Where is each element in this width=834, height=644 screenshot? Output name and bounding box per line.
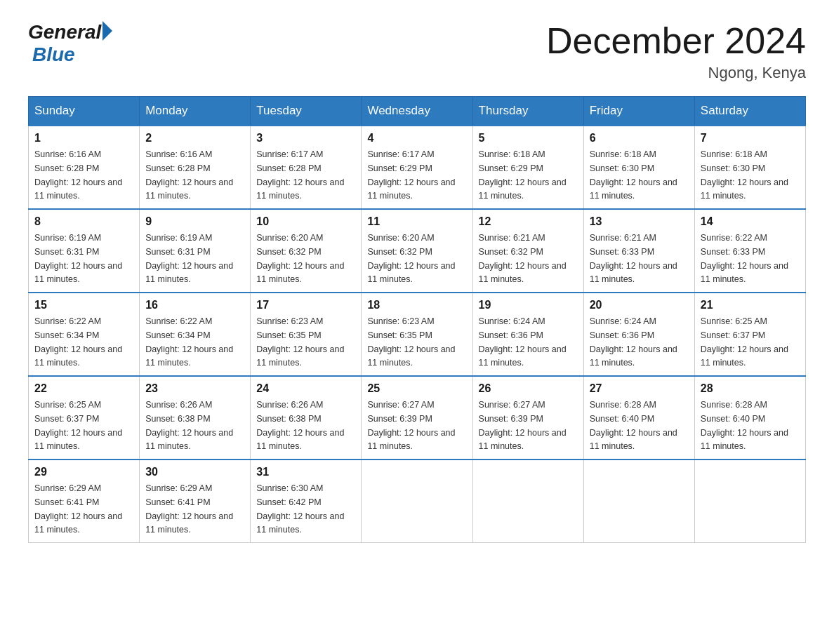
calendar-cell: 16 Sunrise: 6:22 AMSunset: 6:34 PMDaylig… <box>140 293 251 376</box>
calendar-cell <box>472 459 583 543</box>
day-number: 11 <box>367 215 466 228</box>
day-info: Sunrise: 6:22 AMSunset: 6:34 PMDaylight:… <box>145 316 233 368</box>
calendar-header-monday: Monday <box>140 97 251 126</box>
day-info: Sunrise: 6:25 AMSunset: 6:37 PMDaylight:… <box>701 316 788 368</box>
day-info: Sunrise: 6:25 AMSunset: 6:37 PMDaylight:… <box>34 400 122 451</box>
logo-blue-text: Blue <box>32 43 75 66</box>
day-number: 26 <box>479 382 578 395</box>
day-number: 29 <box>34 466 133 478</box>
calendar-week-row: 22 Sunrise: 6:25 AMSunset: 6:37 PMDaylig… <box>29 376 806 459</box>
calendar-cell: 4 Sunrise: 6:17 AMSunset: 6:29 PMDayligh… <box>362 126 472 209</box>
day-number: 3 <box>256 132 355 145</box>
day-info: Sunrise: 6:26 AMSunset: 6:38 PMDaylight:… <box>145 400 233 451</box>
day-info: Sunrise: 6:19 AMSunset: 6:31 PMDaylight:… <box>145 233 233 284</box>
calendar-cell <box>583 459 694 543</box>
day-info: Sunrise: 6:19 AMSunset: 6:31 PMDaylight:… <box>34 233 122 284</box>
calendar-week-row: 15 Sunrise: 6:22 AMSunset: 6:34 PMDaylig… <box>29 293 806 376</box>
calendar-cell: 23 Sunrise: 6:26 AMSunset: 6:38 PMDaylig… <box>140 376 251 459</box>
calendar-header-thursday: Thursday <box>472 97 583 126</box>
day-info: Sunrise: 6:28 AMSunset: 6:40 PMDaylight:… <box>701 400 788 451</box>
logo: General Blue <box>28 21 112 66</box>
day-info: Sunrise: 6:29 AMSunset: 6:41 PMDaylight:… <box>34 483 122 535</box>
month-title: December 2024 <box>546 21 806 61</box>
day-number: 20 <box>590 299 689 311</box>
calendar-cell: 13 Sunrise: 6:21 AMSunset: 6:33 PMDaylig… <box>583 209 694 293</box>
day-number: 7 <box>701 132 800 145</box>
day-info: Sunrise: 6:23 AMSunset: 6:35 PMDaylight:… <box>256 316 344 368</box>
calendar-cell: 11 Sunrise: 6:20 AMSunset: 6:32 PMDaylig… <box>362 209 472 293</box>
calendar-cell: 17 Sunrise: 6:23 AMSunset: 6:35 PMDaylig… <box>251 293 362 376</box>
day-number: 14 <box>701 215 800 228</box>
day-info: Sunrise: 6:24 AMSunset: 6:36 PMDaylight:… <box>590 316 677 368</box>
day-number: 10 <box>256 215 355 228</box>
day-number: 4 <box>367 132 466 145</box>
day-number: 22 <box>34 382 133 395</box>
calendar-cell: 5 Sunrise: 6:18 AMSunset: 6:29 PMDayligh… <box>472 126 583 209</box>
day-number: 15 <box>34 299 133 311</box>
day-number: 19 <box>479 299 578 311</box>
calendar-cell: 26 Sunrise: 6:27 AMSunset: 6:39 PMDaylig… <box>472 376 583 459</box>
calendar-cell: 1 Sunrise: 6:16 AMSunset: 6:28 PMDayligh… <box>29 126 140 209</box>
day-info: Sunrise: 6:16 AMSunset: 6:28 PMDaylight:… <box>34 149 122 201</box>
day-number: 13 <box>590 215 689 228</box>
calendar-week-row: 8 Sunrise: 6:19 AMSunset: 6:31 PMDayligh… <box>29 209 806 293</box>
logo-general-text: General <box>28 21 101 43</box>
day-number: 17 <box>256 299 355 311</box>
day-number: 16 <box>145 299 244 311</box>
day-info: Sunrise: 6:27 AMSunset: 6:39 PMDaylight:… <box>479 400 567 451</box>
day-info: Sunrise: 6:24 AMSunset: 6:36 PMDaylight:… <box>479 316 567 368</box>
day-info: Sunrise: 6:21 AMSunset: 6:33 PMDaylight:… <box>590 233 677 284</box>
day-info: Sunrise: 6:23 AMSunset: 6:35 PMDaylight:… <box>367 316 455 368</box>
day-number: 8 <box>34 215 133 228</box>
day-number: 23 <box>145 382 244 395</box>
day-info: Sunrise: 6:27 AMSunset: 6:39 PMDaylight:… <box>367 400 455 451</box>
calendar-cell <box>694 459 805 543</box>
day-info: Sunrise: 6:16 AMSunset: 6:28 PMDaylight:… <box>145 149 233 201</box>
day-info: Sunrise: 6:17 AMSunset: 6:29 PMDaylight:… <box>367 149 455 201</box>
calendar-table: SundayMondayTuesdayWednesdayThursdayFrid… <box>28 96 806 543</box>
calendar-header-friday: Friday <box>583 97 694 126</box>
day-info: Sunrise: 6:29 AMSunset: 6:41 PMDaylight:… <box>145 483 233 535</box>
day-number: 12 <box>479 215 578 228</box>
day-info: Sunrise: 6:20 AMSunset: 6:32 PMDaylight:… <box>256 233 344 284</box>
day-info: Sunrise: 6:26 AMSunset: 6:38 PMDaylight:… <box>256 400 344 451</box>
calendar-cell: 20 Sunrise: 6:24 AMSunset: 6:36 PMDaylig… <box>583 293 694 376</box>
calendar-cell: 31 Sunrise: 6:30 AMSunset: 6:42 PMDaylig… <box>251 459 362 543</box>
day-number: 21 <box>701 299 800 311</box>
calendar-cell: 25 Sunrise: 6:27 AMSunset: 6:39 PMDaylig… <box>362 376 472 459</box>
day-number: 27 <box>590 382 689 395</box>
calendar-cell: 14 Sunrise: 6:22 AMSunset: 6:33 PMDaylig… <box>694 209 805 293</box>
day-number: 9 <box>145 215 244 228</box>
calendar-header-wednesday: Wednesday <box>362 97 472 126</box>
calendar-cell: 19 Sunrise: 6:24 AMSunset: 6:36 PMDaylig… <box>472 293 583 376</box>
calendar-cell: 8 Sunrise: 6:19 AMSunset: 6:31 PMDayligh… <box>29 209 140 293</box>
calendar-cell <box>362 459 472 543</box>
day-number: 5 <box>479 132 578 145</box>
calendar-cell: 18 Sunrise: 6:23 AMSunset: 6:35 PMDaylig… <box>362 293 472 376</box>
page-header: General Blue December 2024 Ngong, Kenya <box>28 21 806 82</box>
day-info: Sunrise: 6:22 AMSunset: 6:34 PMDaylight:… <box>34 316 122 368</box>
calendar-cell: 12 Sunrise: 6:21 AMSunset: 6:32 PMDaylig… <box>472 209 583 293</box>
calendar-cell: 30 Sunrise: 6:29 AMSunset: 6:41 PMDaylig… <box>140 459 251 543</box>
day-number: 18 <box>367 299 466 311</box>
calendar-cell: 21 Sunrise: 6:25 AMSunset: 6:37 PMDaylig… <box>694 293 805 376</box>
day-number: 25 <box>367 382 466 395</box>
calendar-header-tuesday: Tuesday <box>251 97 362 126</box>
day-number: 6 <box>590 132 689 145</box>
day-info: Sunrise: 6:18 AMSunset: 6:30 PMDaylight:… <box>590 149 677 201</box>
calendar-cell: 7 Sunrise: 6:18 AMSunset: 6:30 PMDayligh… <box>694 126 805 209</box>
calendar-cell: 10 Sunrise: 6:20 AMSunset: 6:32 PMDaylig… <box>251 209 362 293</box>
day-info: Sunrise: 6:18 AMSunset: 6:29 PMDaylight:… <box>479 149 567 201</box>
day-info: Sunrise: 6:28 AMSunset: 6:40 PMDaylight:… <box>590 400 677 451</box>
calendar-cell: 3 Sunrise: 6:17 AMSunset: 6:28 PMDayligh… <box>251 126 362 209</box>
day-number: 30 <box>145 466 244 478</box>
calendar-header-row: SundayMondayTuesdayWednesdayThursdayFrid… <box>29 97 806 126</box>
day-number: 28 <box>701 382 800 395</box>
calendar-cell: 27 Sunrise: 6:28 AMSunset: 6:40 PMDaylig… <box>583 376 694 459</box>
calendar-cell: 22 Sunrise: 6:25 AMSunset: 6:37 PMDaylig… <box>29 376 140 459</box>
day-number: 2 <box>145 132 244 145</box>
day-number: 31 <box>256 466 355 478</box>
day-info: Sunrise: 6:21 AMSunset: 6:32 PMDaylight:… <box>479 233 567 284</box>
calendar-cell: 9 Sunrise: 6:19 AMSunset: 6:31 PMDayligh… <box>140 209 251 293</box>
day-info: Sunrise: 6:20 AMSunset: 6:32 PMDaylight:… <box>367 233 455 284</box>
